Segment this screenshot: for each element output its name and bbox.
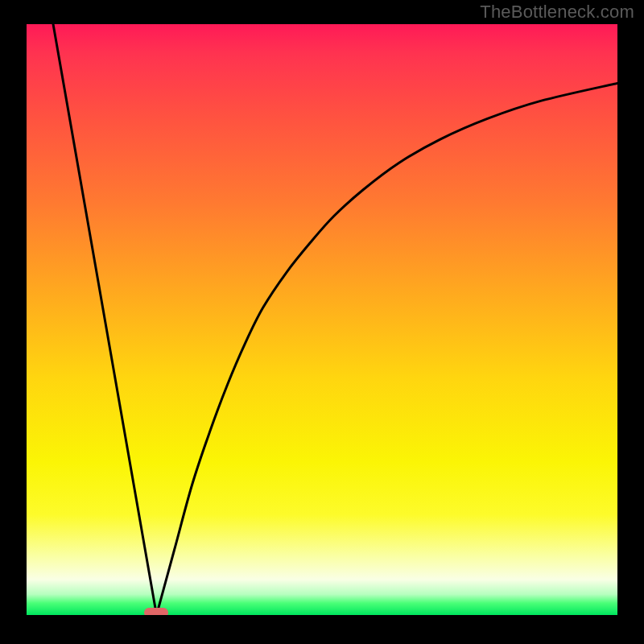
right-ascent-curve — [156, 83, 617, 615]
bottleneck-marker — [144, 608, 168, 615]
curve-layer — [27, 24, 617, 615]
left-descent-line — [53, 24, 156, 615]
watermark-text: TheBottleneck.com — [480, 2, 634, 23]
plot-area — [27, 24, 617, 615]
chart-container: TheBottleneck.com — [0, 0, 644, 644]
